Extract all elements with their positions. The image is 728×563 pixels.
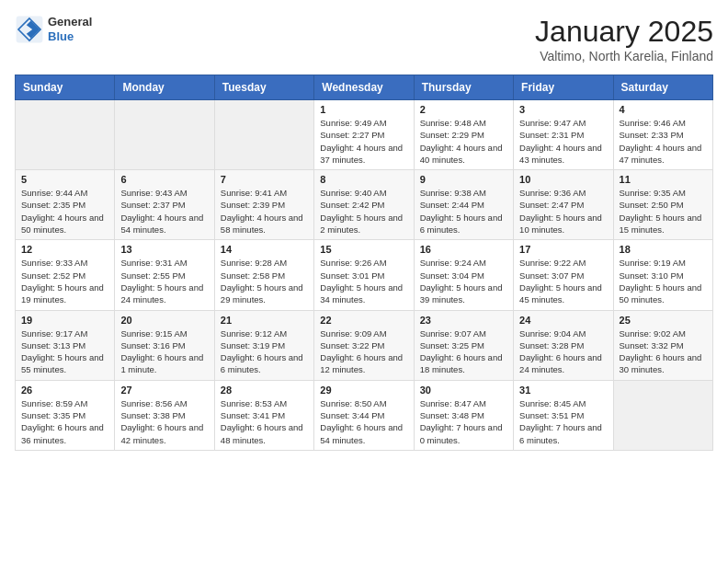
calendar-cell: 21Sunrise: 9:12 AM Sunset: 3:19 PM Dayli… <box>214 310 313 380</box>
weekday-header: Wednesday <box>314 75 414 100</box>
weekday-header: Thursday <box>414 75 513 100</box>
calendar-cell: 2Sunrise: 9:48 AM Sunset: 2:29 PM Daylig… <box>414 100 513 170</box>
day-number: 28 <box>221 385 308 396</box>
day-number: 19 <box>21 315 108 326</box>
day-info: Sunrise: 9:28 AM Sunset: 2:58 PM Dayligh… <box>221 257 308 305</box>
day-number: 15 <box>320 244 407 255</box>
calendar-cell <box>613 380 712 450</box>
day-number: 5 <box>21 174 108 185</box>
weekday-header: Friday <box>514 75 613 100</box>
calendar-cell: 24Sunrise: 9:04 AM Sunset: 3:28 PM Dayli… <box>514 310 613 380</box>
day-info: Sunrise: 9:46 AM Sunset: 2:33 PM Dayligh… <box>620 117 707 166</box>
calendar-table: SundayMondayTuesdayWednesdayThursdayFrid… <box>15 75 713 451</box>
calendar-cell: 1Sunrise: 9:49 AM Sunset: 2:27 PM Daylig… <box>314 100 414 170</box>
calendar-header-row: SundayMondayTuesdayWednesdayThursdayFrid… <box>16 75 713 100</box>
day-number: 25 <box>620 315 707 326</box>
calendar-cell: 14Sunrise: 9:28 AM Sunset: 2:58 PM Dayli… <box>214 240 313 310</box>
calendar-cell: 15Sunrise: 9:26 AM Sunset: 3:01 PM Dayli… <box>314 240 414 310</box>
day-number: 18 <box>620 244 707 255</box>
day-number: 12 <box>21 244 108 255</box>
day-number: 23 <box>420 315 507 326</box>
calendar-cell: 8Sunrise: 9:40 AM Sunset: 2:42 PM Daylig… <box>314 170 414 240</box>
calendar-cell <box>115 100 214 170</box>
calendar-cell: 18Sunrise: 9:19 AM Sunset: 3:10 PM Dayli… <box>613 240 712 310</box>
logo: General Blue <box>15 15 92 44</box>
day-info: Sunrise: 9:07 AM Sunset: 3:25 PM Dayligh… <box>420 327 507 376</box>
calendar-cell: 9Sunrise: 9:38 AM Sunset: 2:44 PM Daylig… <box>414 170 513 240</box>
day-info: Sunrise: 9:24 AM Sunset: 3:04 PM Dayligh… <box>420 257 507 305</box>
logo-blue-text: Blue <box>48 29 92 44</box>
day-number: 31 <box>519 385 607 396</box>
calendar-cell: 29Sunrise: 8:50 AM Sunset: 3:44 PM Dayli… <box>314 380 414 450</box>
day-info: Sunrise: 9:38 AM Sunset: 2:44 PM Dayligh… <box>420 187 507 236</box>
calendar-cell: 23Sunrise: 9:07 AM Sunset: 3:25 PM Dayli… <box>414 310 513 380</box>
calendar-week-row: 12Sunrise: 9:33 AM Sunset: 2:52 PM Dayli… <box>16 240 713 310</box>
day-info: Sunrise: 9:12 AM Sunset: 3:19 PM Dayligh… <box>221 327 308 376</box>
calendar-cell: 30Sunrise: 8:47 AM Sunset: 3:48 PM Dayli… <box>414 380 513 450</box>
day-info: Sunrise: 9:33 AM Sunset: 2:52 PM Dayligh… <box>21 257 108 305</box>
day-number: 1 <box>320 104 407 115</box>
day-number: 21 <box>221 315 308 326</box>
calendar-cell: 11Sunrise: 9:35 AM Sunset: 2:50 PM Dayli… <box>613 170 712 240</box>
location: Valtimo, North Karelia, Finland <box>535 49 713 63</box>
day-number: 9 <box>420 174 507 185</box>
day-number: 20 <box>120 315 208 326</box>
logo-icon <box>15 15 44 44</box>
calendar-cell: 19Sunrise: 9:17 AM Sunset: 3:13 PM Dayli… <box>16 310 115 380</box>
day-info: Sunrise: 9:48 AM Sunset: 2:29 PM Dayligh… <box>420 117 507 166</box>
calendar-week-row: 26Sunrise: 8:59 AM Sunset: 3:35 PM Dayli… <box>16 380 713 450</box>
title-block: January 2025 Valtimo, North Karelia, Fin… <box>535 15 713 63</box>
day-info: Sunrise: 9:26 AM Sunset: 3:01 PM Dayligh… <box>320 257 407 305</box>
day-info: Sunrise: 9:22 AM Sunset: 3:07 PM Dayligh… <box>519 257 607 305</box>
calendar-cell: 12Sunrise: 9:33 AM Sunset: 2:52 PM Dayli… <box>16 240 115 310</box>
day-number: 7 <box>221 174 308 185</box>
day-info: Sunrise: 9:04 AM Sunset: 3:28 PM Dayligh… <box>519 327 607 376</box>
day-number: 3 <box>519 104 607 115</box>
day-info: Sunrise: 8:50 AM Sunset: 3:44 PM Dayligh… <box>320 397 407 446</box>
day-info: Sunrise: 9:17 AM Sunset: 3:13 PM Dayligh… <box>21 327 108 376</box>
day-info: Sunrise: 9:41 AM Sunset: 2:39 PM Dayligh… <box>221 187 308 236</box>
calendar-week-row: 5Sunrise: 9:44 AM Sunset: 2:35 PM Daylig… <box>16 170 713 240</box>
calendar-cell: 31Sunrise: 8:45 AM Sunset: 3:51 PM Dayli… <box>514 380 613 450</box>
calendar-cell: 16Sunrise: 9:24 AM Sunset: 3:04 PM Dayli… <box>414 240 513 310</box>
day-info: Sunrise: 9:19 AM Sunset: 3:10 PM Dayligh… <box>620 257 707 305</box>
day-info: Sunrise: 9:49 AM Sunset: 2:27 PM Dayligh… <box>320 117 407 166</box>
calendar-cell: 4Sunrise: 9:46 AM Sunset: 2:33 PM Daylig… <box>613 100 712 170</box>
logo-text: General Blue <box>48 15 92 43</box>
day-info: Sunrise: 8:56 AM Sunset: 3:38 PM Dayligh… <box>120 397 208 446</box>
day-number: 4 <box>620 104 707 115</box>
calendar-cell: 7Sunrise: 9:41 AM Sunset: 2:39 PM Daylig… <box>214 170 313 240</box>
day-number: 11 <box>620 174 707 185</box>
day-number: 24 <box>519 315 607 326</box>
day-info: Sunrise: 9:40 AM Sunset: 2:42 PM Dayligh… <box>320 187 407 236</box>
calendar-cell: 6Sunrise: 9:43 AM Sunset: 2:37 PM Daylig… <box>115 170 214 240</box>
day-number: 10 <box>519 174 607 185</box>
day-info: Sunrise: 9:44 AM Sunset: 2:35 PM Dayligh… <box>21 187 108 236</box>
day-info: Sunrise: 9:15 AM Sunset: 3:16 PM Dayligh… <box>120 327 208 376</box>
weekday-header: Saturday <box>613 75 712 100</box>
calendar-cell: 10Sunrise: 9:36 AM Sunset: 2:47 PM Dayli… <box>514 170 613 240</box>
day-number: 6 <box>120 174 208 185</box>
day-number: 13 <box>120 244 208 255</box>
day-info: Sunrise: 9:35 AM Sunset: 2:50 PM Dayligh… <box>620 187 707 236</box>
calendar-cell: 26Sunrise: 8:59 AM Sunset: 3:35 PM Dayli… <box>16 380 115 450</box>
weekday-header: Monday <box>115 75 214 100</box>
day-number: 2 <box>420 104 507 115</box>
calendar-cell: 13Sunrise: 9:31 AM Sunset: 2:55 PM Dayli… <box>115 240 214 310</box>
calendar-cell <box>16 100 115 170</box>
day-info: Sunrise: 8:53 AM Sunset: 3:41 PM Dayligh… <box>221 397 308 446</box>
calendar-cell: 27Sunrise: 8:56 AM Sunset: 3:38 PM Dayli… <box>115 380 214 450</box>
weekday-header: Tuesday <box>214 75 313 100</box>
day-info: Sunrise: 9:47 AM Sunset: 2:31 PM Dayligh… <box>519 117 607 166</box>
day-number: 14 <box>221 244 308 255</box>
calendar-week-row: 19Sunrise: 9:17 AM Sunset: 3:13 PM Dayli… <box>16 310 713 380</box>
month-title: January 2025 <box>535 15 713 49</box>
calendar-cell: 3Sunrise: 9:47 AM Sunset: 2:31 PM Daylig… <box>514 100 613 170</box>
calendar-cell: 28Sunrise: 8:53 AM Sunset: 3:41 PM Dayli… <box>214 380 313 450</box>
day-number: 8 <box>320 174 407 185</box>
calendar-cell: 22Sunrise: 9:09 AM Sunset: 3:22 PM Dayli… <box>314 310 414 380</box>
calendar-cell <box>214 100 313 170</box>
calendar-cell: 5Sunrise: 9:44 AM Sunset: 2:35 PM Daylig… <box>16 170 115 240</box>
calendar-cell: 25Sunrise: 9:02 AM Sunset: 3:32 PM Dayli… <box>613 310 712 380</box>
day-number: 30 <box>420 385 507 396</box>
